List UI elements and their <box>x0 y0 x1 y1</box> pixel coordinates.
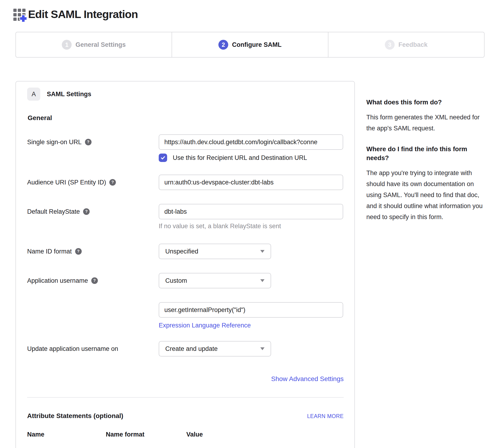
sidebar-heading: Where do I find the info this form needs… <box>366 145 489 162</box>
audience-uri-input[interactable] <box>159 175 343 190</box>
application-username-label: Application username <box>27 277 88 285</box>
help-icon[interactable]: ? <box>91 277 98 284</box>
attribute-table-header: Name Name format Value <box>27 431 344 438</box>
app-grid-plus-icon <box>13 8 27 22</box>
sso-url-label: Single sign-on URL <box>27 138 82 146</box>
custom-expression-input[interactable] <box>159 302 343 318</box>
name-id-format-row: Name ID format ? Unspecified <box>27 244 344 259</box>
sidebar-paragraph: The app you're trying to integrate with … <box>366 168 489 223</box>
recipient-url-checkbox[interactable] <box>159 154 167 162</box>
relay-state-helper: If no value is set, a blank RelayState i… <box>159 223 344 230</box>
dropdown-caret-icon <box>260 347 264 350</box>
sso-url-row: Single sign-on URL ? Use this for Recipi… <box>27 134 344 162</box>
column-header-format: Name format <box>106 431 186 438</box>
sso-url-input[interactable] <box>159 134 343 150</box>
help-icon[interactable]: ? <box>75 248 82 255</box>
name-id-format-label: Name ID format <box>27 247 72 255</box>
column-header-name: Name <box>27 431 106 438</box>
help-icon[interactable]: ? <box>83 208 90 215</box>
step-number-badge: 1 <box>62 40 72 50</box>
attribute-statements-heading: Attribute Statements (optional) <box>27 412 123 420</box>
step-configure-saml[interactable]: 2 Configure SAML <box>172 32 328 57</box>
step-feedback[interactable]: 3 Feedback <box>328 32 484 57</box>
panel-header: A SAML Settings <box>27 88 344 101</box>
sidebar-heading: What does this form do? <box>366 98 489 107</box>
dropdown-caret-icon <box>260 279 264 282</box>
application-username-select[interactable]: Custom <box>159 273 271 288</box>
application-username-row: Application username ? Custom <box>27 273 344 288</box>
relay-state-row: Default RelayState ? If no value is set,… <box>27 204 344 230</box>
panel-title: SAML Settings <box>47 91 91 98</box>
step-label: Feedback <box>398 41 428 48</box>
selected-value: Custom <box>165 277 187 284</box>
relay-state-label: Default RelayState <box>27 208 80 216</box>
show-advanced-settings-link[interactable]: Show Advanced Settings <box>271 375 344 383</box>
section-a-badge: A <box>27 88 40 101</box>
help-icon[interactable]: ? <box>109 179 116 186</box>
selected-value: Create and update <box>165 345 218 352</box>
step-general-settings[interactable]: 1 General Settings <box>16 32 172 57</box>
column-header-value: Value <box>186 431 203 438</box>
general-heading: General <box>28 114 344 122</box>
help-sidebar: What does this form do? This form genera… <box>366 98 489 233</box>
help-icon[interactable]: ? <box>85 139 92 145</box>
saml-settings-panel: A SAML Settings General Single sign-on U… <box>16 81 355 448</box>
audience-uri-label: Audience URI (SP Entity ID) <box>27 178 106 186</box>
update-username-label: Update application username on <box>27 345 118 353</box>
expression-language-reference-link[interactable]: Expression Language Reference <box>159 322 251 329</box>
relay-state-input[interactable] <box>159 204 343 219</box>
step-number-badge: 2 <box>218 40 228 50</box>
step-number-badge: 3 <box>385 40 395 50</box>
custom-expression-row: Expression Language Reference <box>27 302 344 329</box>
page-header: Edit SAML Integration <box>13 6 138 22</box>
checkmark-icon <box>160 155 166 160</box>
step-label: General Settings <box>75 41 126 48</box>
sidebar-paragraph: This form generates the XML needed for t… <box>366 112 489 134</box>
wizard-stepper: 1 General Settings 2 Configure SAML 3 Fe… <box>16 32 484 58</box>
step-label: Configure SAML <box>232 41 281 48</box>
section-divider <box>27 397 344 398</box>
update-username-select[interactable]: Create and update <box>159 341 271 356</box>
recipient-url-checkbox-label: Use this for Recipient URL and Destinati… <box>173 154 307 161</box>
dropdown-caret-icon <box>260 250 264 253</box>
update-username-row: Update application username on Create an… <box>27 341 344 356</box>
page-title: Edit SAML Integration <box>28 8 138 21</box>
audience-uri-row: Audience URI (SP Entity ID) ? <box>27 175 344 190</box>
name-id-format-select[interactable]: Unspecified <box>159 244 271 259</box>
selected-value: Unspecified <box>165 248 198 255</box>
learn-more-link[interactable]: LEARN MORE <box>307 413 344 419</box>
